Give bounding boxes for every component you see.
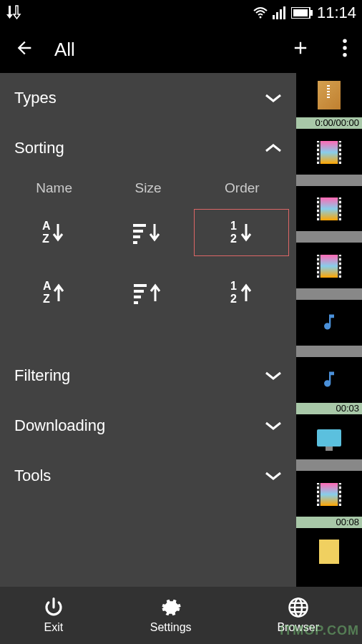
svg-rect-4 — [283, 6, 285, 19]
svg-text:2: 2 — [230, 233, 237, 245]
item-time — [296, 288, 362, 300]
sort-name-asc[interactable]: AZ — [7, 269, 101, 316]
music-icon — [319, 369, 339, 392]
sort-size-asc[interactable] — [101, 269, 195, 316]
svg-rect-1 — [273, 15, 275, 19]
item-time — [296, 346, 362, 357]
menu-button[interactable] — [342, 39, 348, 60]
gear-icon — [160, 597, 182, 618]
svg-text:2: 2 — [230, 293, 237, 305]
item-time — [296, 459, 362, 471]
item-time: 00:03 — [296, 403, 362, 414]
svg-text:1: 1 — [230, 280, 237, 292]
sort-order-asc[interactable]: 12 — [195, 269, 289, 316]
chevron-up-icon — [265, 144, 282, 152]
settings-button[interactable]: Settings — [150, 597, 192, 634]
list-item[interactable] — [296, 301, 362, 358]
svg-rect-6 — [293, 9, 308, 16]
file-list-strip: 0:00/00:0000:0300:08 — [296, 73, 362, 587]
item-time — [296, 231, 362, 243]
content-area: Types Sorting Name Size Order AZ 12 — [0, 73, 362, 587]
wifi-icon — [253, 6, 268, 19]
zip-icon — [318, 81, 341, 109]
chevron-down-icon — [265, 472, 282, 480]
chevron-down-icon — [265, 421, 282, 430]
svg-point-0 — [259, 16, 261, 19]
svg-rect-16 — [133, 241, 137, 244]
list-item[interactable]: 00:03 — [296, 358, 362, 416]
svg-rect-24 — [134, 301, 138, 304]
item-time: 00:08 — [296, 517, 362, 528]
chevron-down-icon — [265, 371, 282, 380]
sort-name-desc[interactable]: AZ — [7, 209, 101, 256]
chevron-down-icon — [265, 94, 282, 102]
sorting-label: Sorting — [14, 139, 64, 157]
svg-rect-23 — [134, 296, 141, 298]
power-icon — [43, 597, 64, 618]
film-icon — [317, 141, 341, 164]
svg-text:A: A — [43, 280, 52, 292]
svg-point-8 — [343, 39, 346, 43]
globe-icon — [288, 597, 309, 618]
svg-rect-7 — [310, 10, 313, 16]
list-item[interactable] — [296, 244, 362, 301]
downloading-label: Downloading — [14, 416, 105, 435]
sorting-content: Name Size Order AZ 12 AZ — [0, 173, 296, 351]
svg-rect-3 — [280, 9, 282, 19]
svg-rect-21 — [134, 284, 147, 287]
status-time: 11:14 — [317, 4, 356, 22]
downloading-section[interactable]: Downloading — [0, 401, 296, 451]
svg-rect-15 — [133, 235, 140, 238]
svg-text:Z: Z — [42, 233, 49, 245]
filtering-label: Filtering — [14, 366, 70, 385]
tools-section[interactable]: Tools — [0, 451, 296, 501]
item-time: 0:00/00:00 — [296, 117, 362, 129]
monitor-icon — [317, 429, 341, 447]
exit-label: Exit — [44, 621, 64, 634]
status-left-icons — [6, 4, 27, 21]
list-item[interactable] — [296, 187, 362, 245]
film-icon — [317, 197, 341, 220]
tools-label: Tools — [14, 467, 51, 485]
back-button[interactable] — [14, 38, 34, 61]
svg-point-10 — [343, 53, 346, 57]
music-icon — [319, 312, 339, 335]
svg-rect-13 — [133, 224, 146, 227]
sort-size-desc[interactable] — [101, 209, 195, 256]
sorting-section[interactable]: Sorting — [0, 123, 296, 173]
filtering-section[interactable]: Filtering — [0, 351, 296, 401]
list-item[interactable]: 0:00/00:00 — [296, 73, 362, 130]
header-name: Name — [7, 180, 101, 196]
types-label: Types — [14, 89, 57, 107]
sort-order-desc[interactable]: 12 — [194, 209, 289, 256]
header-order: Order — [195, 180, 289, 196]
types-section[interactable]: Types — [0, 73, 296, 123]
list-item[interactable] — [296, 416, 362, 473]
watermark: ITMOP.COM — [280, 623, 359, 638]
download-indicator-icon — [6, 4, 27, 21]
svg-text:1: 1 — [230, 220, 237, 232]
svg-text:A: A — [42, 220, 51, 232]
exit-button[interactable]: Exit — [43, 597, 64, 634]
app-bar: All — [0, 26, 362, 73]
add-button[interactable] — [290, 38, 310, 61]
sort-headers: Name Size Order — [7, 180, 289, 196]
svg-rect-14 — [133, 230, 143, 233]
status-right: 11:14 — [253, 4, 356, 22]
film-icon — [317, 255, 341, 278]
side-panel: Types Sorting Name Size Order AZ 12 — [0, 73, 296, 587]
battery-icon — [291, 7, 313, 19]
page-title: All — [54, 39, 290, 61]
svg-text:Z: Z — [43, 293, 50, 305]
film-icon — [317, 483, 341, 506]
sort-row-desc: AZ 12 — [7, 209, 289, 256]
svg-rect-2 — [276, 12, 278, 19]
list-item[interactable] — [296, 530, 362, 587]
signal-icon — [273, 6, 287, 19]
status-bar: 11:14 — [0, 0, 362, 26]
settings-label: Settings — [150, 621, 192, 634]
document-icon — [319, 540, 339, 564]
list-item[interactable] — [296, 130, 362, 187]
list-item[interactable]: 00:08 — [296, 472, 362, 530]
svg-rect-22 — [134, 290, 144, 293]
